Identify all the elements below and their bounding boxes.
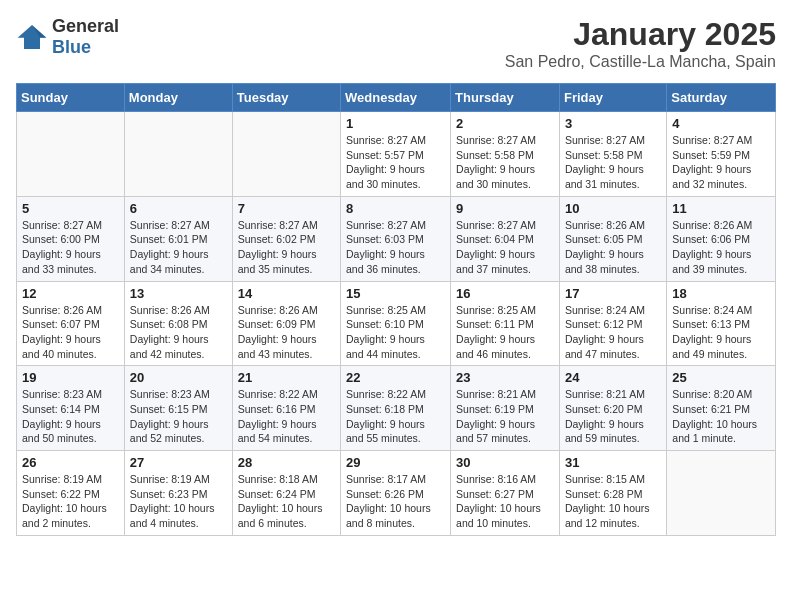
calendar: SundayMondayTuesdayWednesdayThursdayFrid… xyxy=(16,83,776,536)
location-subtitle: San Pedro, Castille-La Mancha, Spain xyxy=(505,53,776,71)
day-info: Sunrise: 8:19 AM Sunset: 6:23 PM Dayligh… xyxy=(130,472,227,531)
day-info: Sunrise: 8:27 AM Sunset: 5:57 PM Dayligh… xyxy=(346,133,445,192)
calendar-cell: 4Sunrise: 8:27 AM Sunset: 5:59 PM Daylig… xyxy=(667,112,776,197)
day-number: 6 xyxy=(130,201,227,216)
calendar-cell: 31Sunrise: 8:15 AM Sunset: 6:28 PM Dayli… xyxy=(559,451,666,536)
day-number: 4 xyxy=(672,116,770,131)
calendar-cell: 8Sunrise: 8:27 AM Sunset: 6:03 PM Daylig… xyxy=(341,196,451,281)
header-area: General Blue January 2025 San Pedro, Cas… xyxy=(16,16,776,71)
day-info: Sunrise: 8:17 AM Sunset: 6:26 PM Dayligh… xyxy=(346,472,445,531)
day-info: Sunrise: 8:25 AM Sunset: 6:11 PM Dayligh… xyxy=(456,303,554,362)
weekday-header-row: SundayMondayTuesdayWednesdayThursdayFrid… xyxy=(17,84,776,112)
calendar-cell: 9Sunrise: 8:27 AM Sunset: 6:04 PM Daylig… xyxy=(451,196,560,281)
calendar-week-row: 19Sunrise: 8:23 AM Sunset: 6:14 PM Dayli… xyxy=(17,366,776,451)
day-info: Sunrise: 8:24 AM Sunset: 6:12 PM Dayligh… xyxy=(565,303,661,362)
day-info: Sunrise: 8:19 AM Sunset: 6:22 PM Dayligh… xyxy=(22,472,119,531)
calendar-week-row: 5Sunrise: 8:27 AM Sunset: 6:00 PM Daylig… xyxy=(17,196,776,281)
logo: General Blue xyxy=(16,16,119,58)
weekday-header-wednesday: Wednesday xyxy=(341,84,451,112)
calendar-cell xyxy=(667,451,776,536)
day-number: 13 xyxy=(130,286,227,301)
day-number: 19 xyxy=(22,370,119,385)
day-info: Sunrise: 8:23 AM Sunset: 6:14 PM Dayligh… xyxy=(22,387,119,446)
calendar-cell: 27Sunrise: 8:19 AM Sunset: 6:23 PM Dayli… xyxy=(124,451,232,536)
day-info: Sunrise: 8:26 AM Sunset: 6:09 PM Dayligh… xyxy=(238,303,335,362)
day-number: 16 xyxy=(456,286,554,301)
day-number: 3 xyxy=(565,116,661,131)
day-number: 28 xyxy=(238,455,335,470)
day-number: 11 xyxy=(672,201,770,216)
calendar-cell: 19Sunrise: 8:23 AM Sunset: 6:14 PM Dayli… xyxy=(17,366,125,451)
day-number: 9 xyxy=(456,201,554,216)
day-info: Sunrise: 8:22 AM Sunset: 6:18 PM Dayligh… xyxy=(346,387,445,446)
calendar-cell: 3Sunrise: 8:27 AM Sunset: 5:58 PM Daylig… xyxy=(559,112,666,197)
calendar-cell: 17Sunrise: 8:24 AM Sunset: 6:12 PM Dayli… xyxy=(559,281,666,366)
calendar-cell: 16Sunrise: 8:25 AM Sunset: 6:11 PM Dayli… xyxy=(451,281,560,366)
day-info: Sunrise: 8:23 AM Sunset: 6:15 PM Dayligh… xyxy=(130,387,227,446)
day-number: 5 xyxy=(22,201,119,216)
logo-text: General Blue xyxy=(52,16,119,58)
title-area: January 2025 San Pedro, Castille-La Manc… xyxy=(505,16,776,71)
calendar-cell: 13Sunrise: 8:26 AM Sunset: 6:08 PM Dayli… xyxy=(124,281,232,366)
calendar-cell: 1Sunrise: 8:27 AM Sunset: 5:57 PM Daylig… xyxy=(341,112,451,197)
day-info: Sunrise: 8:24 AM Sunset: 6:13 PM Dayligh… xyxy=(672,303,770,362)
day-number: 30 xyxy=(456,455,554,470)
calendar-cell: 14Sunrise: 8:26 AM Sunset: 6:09 PM Dayli… xyxy=(232,281,340,366)
calendar-cell: 10Sunrise: 8:26 AM Sunset: 6:05 PM Dayli… xyxy=(559,196,666,281)
calendar-cell xyxy=(17,112,125,197)
calendar-cell: 5Sunrise: 8:27 AM Sunset: 6:00 PM Daylig… xyxy=(17,196,125,281)
calendar-cell: 24Sunrise: 8:21 AM Sunset: 6:20 PM Dayli… xyxy=(559,366,666,451)
day-number: 22 xyxy=(346,370,445,385)
day-info: Sunrise: 8:27 AM Sunset: 6:04 PM Dayligh… xyxy=(456,218,554,277)
weekday-header-saturday: Saturday xyxy=(667,84,776,112)
day-info: Sunrise: 8:21 AM Sunset: 6:20 PM Dayligh… xyxy=(565,387,661,446)
calendar-cell: 25Sunrise: 8:20 AM Sunset: 6:21 PM Dayli… xyxy=(667,366,776,451)
calendar-cell: 29Sunrise: 8:17 AM Sunset: 6:26 PM Dayli… xyxy=(341,451,451,536)
calendar-cell: 26Sunrise: 8:19 AM Sunset: 6:22 PM Dayli… xyxy=(17,451,125,536)
day-number: 10 xyxy=(565,201,661,216)
calendar-cell xyxy=(232,112,340,197)
logo-general: General xyxy=(52,16,119,36)
calendar-cell: 20Sunrise: 8:23 AM Sunset: 6:15 PM Dayli… xyxy=(124,366,232,451)
day-info: Sunrise: 8:27 AM Sunset: 6:02 PM Dayligh… xyxy=(238,218,335,277)
day-info: Sunrise: 8:22 AM Sunset: 6:16 PM Dayligh… xyxy=(238,387,335,446)
day-number: 29 xyxy=(346,455,445,470)
day-info: Sunrise: 8:27 AM Sunset: 5:59 PM Dayligh… xyxy=(672,133,770,192)
day-info: Sunrise: 8:26 AM Sunset: 6:08 PM Dayligh… xyxy=(130,303,227,362)
weekday-header-tuesday: Tuesday xyxy=(232,84,340,112)
day-info: Sunrise: 8:16 AM Sunset: 6:27 PM Dayligh… xyxy=(456,472,554,531)
day-number: 17 xyxy=(565,286,661,301)
day-number: 14 xyxy=(238,286,335,301)
weekday-header-monday: Monday xyxy=(124,84,232,112)
day-number: 2 xyxy=(456,116,554,131)
day-info: Sunrise: 8:18 AM Sunset: 6:24 PM Dayligh… xyxy=(238,472,335,531)
day-info: Sunrise: 8:26 AM Sunset: 6:07 PM Dayligh… xyxy=(22,303,119,362)
day-info: Sunrise: 8:27 AM Sunset: 5:58 PM Dayligh… xyxy=(456,133,554,192)
day-number: 12 xyxy=(22,286,119,301)
day-number: 21 xyxy=(238,370,335,385)
calendar-cell: 11Sunrise: 8:26 AM Sunset: 6:06 PM Dayli… xyxy=(667,196,776,281)
calendar-cell: 30Sunrise: 8:16 AM Sunset: 6:27 PM Dayli… xyxy=(451,451,560,536)
day-number: 26 xyxy=(22,455,119,470)
day-number: 7 xyxy=(238,201,335,216)
day-info: Sunrise: 8:15 AM Sunset: 6:28 PM Dayligh… xyxy=(565,472,661,531)
calendar-cell: 21Sunrise: 8:22 AM Sunset: 6:16 PM Dayli… xyxy=(232,366,340,451)
calendar-week-row: 1Sunrise: 8:27 AM Sunset: 5:57 PM Daylig… xyxy=(17,112,776,197)
calendar-cell: 22Sunrise: 8:22 AM Sunset: 6:18 PM Dayli… xyxy=(341,366,451,451)
calendar-week-row: 12Sunrise: 8:26 AM Sunset: 6:07 PM Dayli… xyxy=(17,281,776,366)
calendar-cell: 23Sunrise: 8:21 AM Sunset: 6:19 PM Dayli… xyxy=(451,366,560,451)
day-number: 23 xyxy=(456,370,554,385)
day-info: Sunrise: 8:27 AM Sunset: 6:03 PM Dayligh… xyxy=(346,218,445,277)
day-info: Sunrise: 8:27 AM Sunset: 6:01 PM Dayligh… xyxy=(130,218,227,277)
day-info: Sunrise: 8:26 AM Sunset: 6:05 PM Dayligh… xyxy=(565,218,661,277)
day-info: Sunrise: 8:21 AM Sunset: 6:19 PM Dayligh… xyxy=(456,387,554,446)
calendar-cell: 28Sunrise: 8:18 AM Sunset: 6:24 PM Dayli… xyxy=(232,451,340,536)
weekday-header-thursday: Thursday xyxy=(451,84,560,112)
calendar-cell: 2Sunrise: 8:27 AM Sunset: 5:58 PM Daylig… xyxy=(451,112,560,197)
day-number: 27 xyxy=(130,455,227,470)
calendar-cell xyxy=(124,112,232,197)
day-number: 8 xyxy=(346,201,445,216)
day-info: Sunrise: 8:20 AM Sunset: 6:21 PM Dayligh… xyxy=(672,387,770,446)
day-info: Sunrise: 8:25 AM Sunset: 6:10 PM Dayligh… xyxy=(346,303,445,362)
weekday-header-friday: Friday xyxy=(559,84,666,112)
